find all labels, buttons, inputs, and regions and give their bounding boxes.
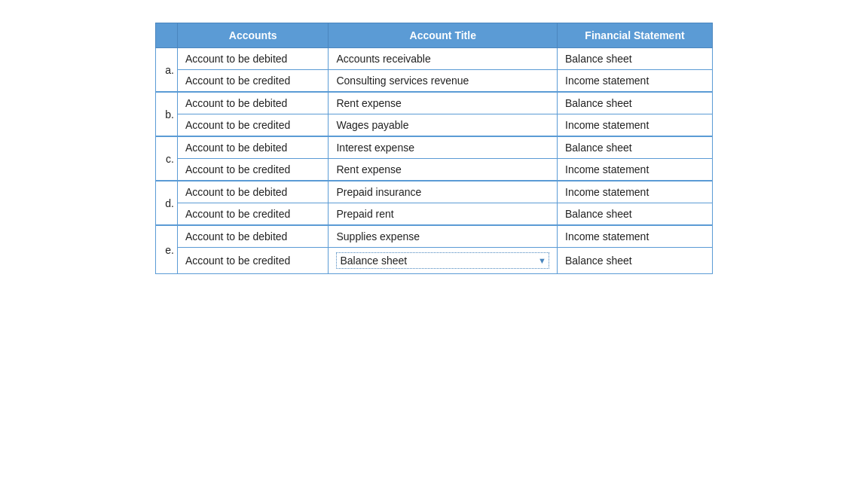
table-wrapper: Accounts Account Title Financial Stateme…: [155, 23, 713, 274]
table-row: Account to be creditedPrepaid rentBalanc…: [156, 203, 713, 226]
account-title-cell: Consulting services revenue: [329, 70, 558, 93]
table-row: Account to be creditedBalance sheetIncom…: [156, 248, 713, 274]
account-title-cell: Prepaid insurance: [329, 181, 558, 203]
accounts-cell: Account to be debited: [177, 225, 329, 248]
accounts-cell: Account to be credited: [177, 248, 329, 274]
account-title-cell: Interest expense: [329, 136, 558, 159]
table-row: Account to be creditedConsulting service…: [156, 70, 713, 93]
table-row: Account to be creditedWages payableIncom…: [156, 114, 713, 137]
account-title-cell: Rent expense: [329, 92, 558, 114]
table-row: b.Account to be debitedRent expenseBalan…: [156, 92, 713, 114]
account-title-cell: Wages payable: [329, 114, 558, 137]
financial-statement-cell: Balance sheet: [558, 92, 713, 114]
financial-statement-cell: Income statement: [558, 70, 713, 93]
header-financial-statement: Financial Statement: [558, 23, 713, 48]
account-title-cell: Supplies expense: [329, 225, 558, 248]
accounts-cell: Account to be debited: [177, 48, 329, 70]
accounts-cell: Account to be debited: [177, 136, 329, 159]
financial-statement-cell: Income statement: [558, 225, 713, 248]
accounts-cell: Account to be credited: [177, 159, 329, 181]
row-letter: b.: [156, 92, 178, 136]
table-row: c.Account to be debitedInterest expenseB…: [156, 136, 713, 159]
account-title-cell: Accounts receivable: [329, 48, 558, 70]
account-title-cell: Prepaid rent: [329, 203, 558, 226]
accounting-table: Accounts Account Title Financial Stateme…: [155, 23, 713, 274]
row-letter: c.: [156, 136, 178, 181]
account-title-cell[interactable]: Balance sheetIncome statement▼: [329, 248, 558, 274]
table-row: Account to be creditedRent expenseIncome…: [156, 159, 713, 181]
header-accounts: Accounts: [177, 23, 329, 48]
financial-statement-cell: Income statement: [558, 159, 713, 181]
header-account-title: Account Title: [329, 23, 558, 48]
table-row: a.Account to be debitedAccounts receivab…: [156, 48, 713, 70]
financial-statement-cell: Balance sheet: [558, 136, 713, 159]
financial-statement-cell: Balance sheet: [558, 203, 713, 226]
header-empty: [156, 23, 178, 48]
financial-statement-cell: Income statement: [558, 181, 713, 203]
header-row: Accounts Account Title Financial Stateme…: [156, 23, 713, 48]
accounts-cell: Account to be debited: [177, 92, 329, 114]
accounts-cell: Account to be credited: [177, 114, 329, 137]
row-letter: e.: [156, 225, 178, 274]
accounts-cell: Account to be credited: [177, 70, 329, 93]
row-letter: d.: [156, 181, 178, 225]
table-row: e.Account to be debitedSupplies expenseI…: [156, 225, 713, 248]
row-letter: a.: [156, 48, 178, 93]
financial-statement-cell: Income statement: [558, 114, 713, 137]
accounts-cell: Account to be debited: [177, 181, 329, 203]
account-title-dropdown[interactable]: Balance sheetIncome statement: [336, 252, 549, 269]
table-row: d.Account to be debitedPrepaid insurance…: [156, 181, 713, 203]
account-title-cell: Rent expense: [329, 159, 558, 181]
financial-statement-cell: Balance sheet: [558, 48, 713, 70]
financial-statement-cell: Balance sheet: [558, 248, 713, 274]
accounts-cell: Account to be credited: [177, 203, 329, 226]
